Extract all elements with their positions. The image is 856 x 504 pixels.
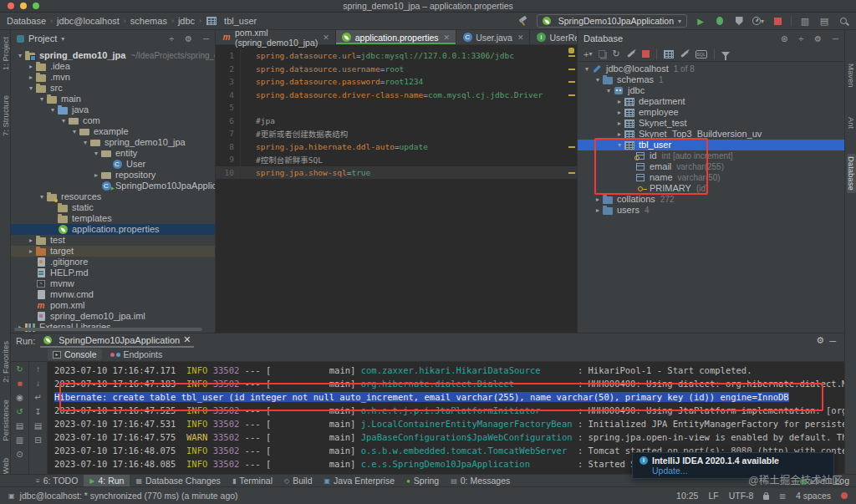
project-item-application-properties[interactable]: application.properties [11, 224, 215, 235]
log-line[interactable]: 2023-07-10 17:16:47.525 INFO 33502 --- [… [54, 404, 844, 417]
chevron-down-icon[interactable]: ▾ [615, 140, 624, 150]
status-icon[interactable]: ▣ [8, 492, 15, 500]
tool-window-button-6-todo[interactable]: ≡6: TODO [30, 475, 84, 487]
database-item-primary[interactable]: PRIMARY(id) [578, 183, 844, 194]
database-item-users[interactable]: ▸users4 [578, 205, 844, 216]
project-item-spring-demo10-jpa[interactable]: ▾spring_demo10_jpa~/IdeaProjects/spring_… [11, 50, 215, 61]
database-item-collations[interactable]: ▸collations272 [578, 194, 844, 205]
chevron-down-icon[interactable]: ▾ [38, 191, 46, 202]
project-item-spring-demo10-jpa[interactable]: ▾spring_demo10_jpa [11, 137, 215, 148]
log-line[interactable]: 2023-07-10 17:16:47.183 INFO 33502 --- [… [54, 377, 844, 390]
code-line[interactable]: 4spring.datasource.driver-class-name=com… [216, 89, 577, 102]
editor-tab-application-properties[interactable]: application.properties✕ [336, 30, 456, 44]
hide-panel-icon[interactable]: ─ [203, 34, 209, 43]
indent-setting[interactable]: 4 spaces [796, 491, 831, 501]
add-datasource-button[interactable]: +▾ [583, 49, 592, 59]
pin-icon[interactable]: ⊙ [16, 450, 23, 460]
close-icon[interactable]: ✕ [323, 33, 329, 42]
thread-dump-icon[interactable]: ◉ [16, 393, 23, 403]
tool-stripe-maven[interactable]: Maven [847, 64, 856, 88]
down-stack-trace-icon[interactable]: ↓ [36, 379, 40, 389]
close-icon[interactable]: ✕ [517, 33, 524, 42]
soft-wrap-icon[interactable]: ↵ [34, 393, 41, 403]
tool-stripe-project[interactable]: 1: Project [1, 37, 10, 70]
chevron-right-icon[interactable]: ▸ [27, 235, 35, 246]
chevron-down-icon[interactable]: ▾ [604, 85, 613, 96]
chevron-right-icon[interactable]: ▸ [615, 118, 624, 129]
open-table-icon[interactable] [664, 50, 674, 59]
hide-panel-icon[interactable]: ─ [833, 34, 838, 43]
refresh-icon[interactable]: ↻ [612, 48, 619, 59]
chevron-right-icon[interactable]: ▸ [615, 107, 624, 118]
project-item-resources[interactable]: ▾resources [11, 191, 215, 202]
code-line[interactable]: 8spring.jpa.hibernate.ddl-auto=update [216, 140, 577, 154]
chevron-down-icon[interactable]: ▾ [81, 137, 89, 148]
clear-console-icon[interactable]: ⊟ [34, 435, 41, 445]
project-item-mvnw[interactable]: >mvnw [11, 278, 215, 289]
code-line[interactable]: 6#jpa [216, 115, 577, 128]
project-item-mvn[interactable]: ▸.mvn [11, 72, 215, 83]
code-line[interactable]: 9#控制台新鲜事SQL [216, 153, 577, 166]
profiler-icon[interactable] [752, 17, 761, 25]
project-item-example[interactable]: ▾example [11, 126, 215, 137]
tool-window-button-terminal[interactable]: ▮Terminal [227, 475, 278, 487]
database-item-department[interactable]: ▸department [578, 96, 844, 107]
tool-window-button-4-run[interactable]: ▶4: Run [84, 475, 130, 487]
editor-tab-pom-xml-spring-demo10-jpa[interactable]: mpom.xml (spring_demo10_jpa)✕ [216, 30, 336, 44]
tool-window-button-spring[interactable]: ●Spring [400, 475, 445, 487]
breadcrumb-item-schemas[interactable]: schemas [130, 16, 167, 26]
project-item-templates[interactable]: templates [11, 213, 215, 224]
project-item-test[interactable]: ▸test [11, 235, 215, 246]
search-icon[interactable] [840, 18, 847, 24]
tool-stripe-database[interactable]: Database [847, 154, 856, 193]
run-view-tab-console[interactable]: ▸Console [48, 349, 102, 360]
sql-console-icon[interactable]: SQL [696, 50, 707, 59]
chevron-right-icon[interactable]: ▸ [27, 246, 35, 257]
code-line[interactable]: 5 [216, 101, 577, 115]
debug-icon[interactable] [716, 17, 723, 25]
chevron-down-icon[interactable]: ▾ [16, 50, 24, 61]
project-item-src[interactable]: ▾src [11, 83, 215, 94]
web-help-icon[interactable]: ⊛ [781, 34, 787, 43]
chevron-down-icon[interactable]: ▾ [583, 64, 591, 74]
project-item-target[interactable]: ▸target [11, 246, 215, 257]
filter-icon[interactable] [721, 52, 730, 57]
tool-window-button-java-enterprise[interactable]: ▣Java Enterprise [318, 475, 400, 487]
chevron-right-icon[interactable]: ▸ [27, 61, 35, 72]
database-item-email[interactable]: emailvarchar(255) [578, 161, 844, 172]
editor-tab-user-java[interactable]: CUser.java✕ [456, 30, 530, 44]
restart-icon[interactable]: ↺ [16, 407, 23, 417]
log-line[interactable]: 2023-07-10 17:16:47.171 INFO 33502 --- [… [54, 364, 844, 377]
editor[interactable]: 1spring.datasource.url=jdbc:mysql://127.… [216, 45, 577, 333]
code-line[interactable]: 1spring.datasource.url=jdbc:mysql://127.… [216, 49, 577, 63]
code-line[interactable]: 2spring.datasource.username=root [216, 63, 577, 76]
chevron-right-icon[interactable]: ▸ [594, 205, 602, 216]
run-button[interactable]: ▶ [695, 15, 706, 27]
chevron-down-icon[interactable]: ▾ [38, 94, 46, 104]
chevron-down-icon[interactable]: ▾ [70, 126, 79, 137]
log-line[interactable]: Hibernate: create table tbl_user (id int… [54, 390, 844, 404]
terminal-window-icon[interactable]: ▤ [818, 15, 830, 27]
project-item-com[interactable]: ▾com [11, 115, 215, 126]
tool-stripe-favorites[interactable]: 2: Favorites [1, 341, 10, 383]
project-item-pom-xml[interactable]: mpom.xml [11, 300, 215, 311]
run-configuration-select[interactable]: SpringDemo10JpaApplication ▾ [537, 14, 687, 28]
project-item-idea[interactable]: ▸.idea [11, 61, 215, 72]
breadcrumb-item-tbl-user[interactable]: tbl_user [206, 16, 257, 26]
tool-stripe-persistence[interactable]: Persistence [1, 400, 10, 441]
project-item-static[interactable]: static [11, 202, 215, 213]
project-panel-title[interactable]: Project [28, 33, 57, 43]
print-icon[interactable]: ▤ [34, 421, 42, 431]
edit-source-icon[interactable] [627, 50, 635, 58]
chevron-down-icon[interactable]: ▾ [48, 104, 57, 115]
screen-reader-icon[interactable]: ▥ [779, 492, 786, 500]
chevron-down-icon[interactable]: ▾ [594, 74, 602, 85]
notification-dot-icon[interactable] [841, 492, 848, 499]
layout-icon[interactable]: ▥ [16, 435, 23, 445]
project-item-spring-demo10-jpa-iml[interactable]: spring_demo10_jpa.iml [11, 311, 215, 322]
breadcrumb-item-database[interactable]: Database [7, 16, 46, 26]
encoding[interactable]: UTF-8 [729, 491, 754, 501]
run-view-tab-endpoints[interactable]: Endpoints [105, 349, 168, 360]
breadcrumb-item-jdbc[interactable]: jdbc [178, 16, 195, 26]
chevron-right-icon[interactable]: ▸ [27, 72, 35, 83]
